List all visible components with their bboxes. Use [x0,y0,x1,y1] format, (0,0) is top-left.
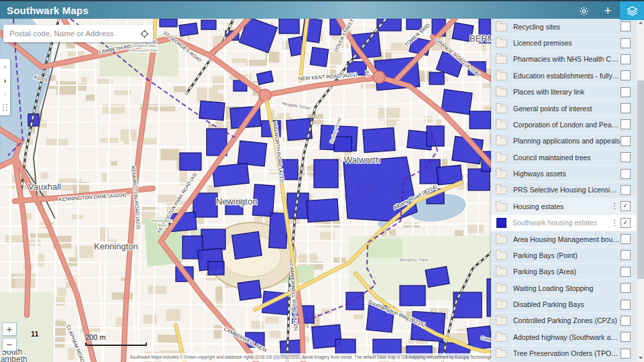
layer-label: Licenced premises [513,39,621,47]
layer-row-13[interactable]: Area Housing Management boundaries [491,231,636,247]
chevron-right-icon[interactable]: › [4,77,7,84]
layer-checkbox[interactable]: ✓ [621,201,631,211]
drag-handle-icon[interactable] [3,104,8,111]
layer-checkbox[interactable]: ✓ [621,218,631,228]
map-area-label: Newington [216,196,257,206]
folder-icon [496,170,507,178]
layer-checkbox[interactable] [621,119,631,129]
map-attribution: Southwark Maps includes © Crown copyrigh… [129,353,497,361]
layer-row-5[interactable]: General points of interest [491,101,636,117]
layer-label: PRS Selective Housing Licensing Pink Z..… [513,186,621,194]
layer-row-6[interactable]: Corporation of London and Peabody Hou... [491,117,636,133]
layer-label: Recycling sites [513,23,621,31]
layer-checkbox[interactable] [621,316,631,326]
settings-button[interactable] [572,1,596,20]
folder-icon [496,203,507,211]
folder-icon [496,40,507,48]
scrollbar-thumb[interactable] [637,80,644,279]
layers-button[interactable] [620,1,644,20]
layer-checkbox[interactable] [621,87,631,97]
layer-checkbox[interactable] [621,54,631,64]
map-label: Burgess Park [400,257,429,263]
layer-row-16[interactable]: Waiting Loading Stopping [491,280,636,296]
layer-list-scrollbar[interactable] [636,19,644,362]
layer-label: Controlled Parking Zones (CPZs) [513,316,621,324]
zoom-level: 11 [31,330,39,338]
layer-checkbox[interactable] [621,185,631,195]
folder-icon [496,317,507,325]
layer-checkbox[interactable] [621,332,631,342]
layer-label: Planning applications and appeals [513,137,621,145]
layer-label: Parking Bays (Point) [513,251,621,259]
layer-row-0[interactable]: Recycling sites [491,19,636,35]
layer-checkbox[interactable] [621,300,631,310]
layer-row-11[interactable]: Housing estates⋮✓ [491,198,636,215]
layer-label: Area Housing Management boundaries [513,235,621,243]
map-label: Geraldine Mary [131,44,157,48]
layer-row-4[interactable]: Places with literary link [491,84,636,101]
close-icon[interactable]: × [3,64,7,71]
layer-row-20[interactable]: Tree Preservation Orders (TPO) zones a..… [491,346,636,362]
layer-row-12[interactable]: Southwark housing estates⋮✓ [491,215,636,231]
layer-label: Places with literary link [513,88,621,96]
layer-row-9[interactable]: Highways assets [491,166,636,182]
layer-label: Southwark housing estates [513,219,610,227]
add-button[interactable]: + [596,1,620,20]
layer-legend-swatch [496,218,506,228]
layer-checkbox[interactable] [621,349,631,359]
layer-row-15[interactable]: Parking Bays (Area) [491,264,636,280]
map-area-label: Lambeth [0,355,28,362]
scroll-down-arrow-icon[interactable] [637,354,644,362]
map-label: A2 [365,70,370,77]
folder-icon [496,105,507,113]
layer-checkbox[interactable] [621,169,631,179]
search-input[interactable] [3,29,136,38]
layer-row-3[interactable]: Education establishments - fully categor… [491,68,636,84]
locate-crosshair-icon[interactable] [136,29,153,39]
side-panel-toolbar: × › ‹ [0,59,10,115]
search-box [3,25,153,42]
layer-checkbox[interactable] [621,267,631,277]
layer-checkbox[interactable] [621,38,631,48]
layer-label: Corporation of London and Peabody Hou... [513,121,621,129]
layer-checkbox[interactable] [621,136,631,146]
layer-row-10[interactable]: PRS Selective Housing Licensing Pink Z..… [491,182,636,198]
layer-row-14[interactable]: Parking Bays (Point) [491,247,636,263]
folder-icon [496,186,507,194]
map-area-label: Kennington [94,241,138,251]
layer-row-18[interactable]: Controlled Parking Zones (CPZs) [491,313,636,329]
layers-icon [627,5,638,17]
layer-row-19[interactable]: Adopted highway (Southwark and TfL) [491,329,636,345]
folder-icon [496,121,507,129]
layer-checkbox[interactable] [621,103,631,113]
zoom-in-button[interactable]: + [2,322,17,336]
layer-checkbox[interactable] [621,70,631,80]
kebab-menu-icon[interactable]: ⋮ [610,202,619,210]
layer-label: Education establishments - fully categor… [513,72,621,80]
layer-checkbox[interactable] [621,250,631,260]
folder-icon [496,285,507,293]
kebab-menu-icon[interactable]: ⋮ [610,219,619,227]
map-area-label: Vauxhall [28,182,61,192]
folder-icon [496,56,507,64]
layer-checkbox[interactable] [621,234,631,244]
layer-row-17[interactable]: Disabled Parking Bays [491,296,636,312]
layer-checkbox[interactable] [621,152,631,162]
layer-checkbox[interactable] [621,21,631,32]
folder-icon [496,154,507,162]
layer-row-7[interactable]: Planning applications and appeals [491,133,636,149]
chevron-left-icon[interactable]: ‹ [4,90,7,98]
layer-row-8[interactable]: Council maintained trees [491,149,636,166]
layer-row-2[interactable]: Pharmacies with NHS Health Check [491,52,636,68]
app-title: Southwark Maps [7,5,89,16]
layer-checkbox[interactable] [621,283,631,293]
map-label: Harmsworth Park [129,48,158,52]
zoom-out-button[interactable]: − [2,338,17,351]
layer-label: Adopted highway (Southwark and TfL) [513,333,621,341]
layer-label: General points of interest [513,105,621,113]
layer-label: Highways assets [513,170,621,178]
layer-label: Parking Bays (Area) [513,267,621,276]
folder-icon [496,23,507,32]
layer-label: Council maintained trees [513,154,621,162]
layer-row-1[interactable]: Licenced premises [491,35,636,51]
